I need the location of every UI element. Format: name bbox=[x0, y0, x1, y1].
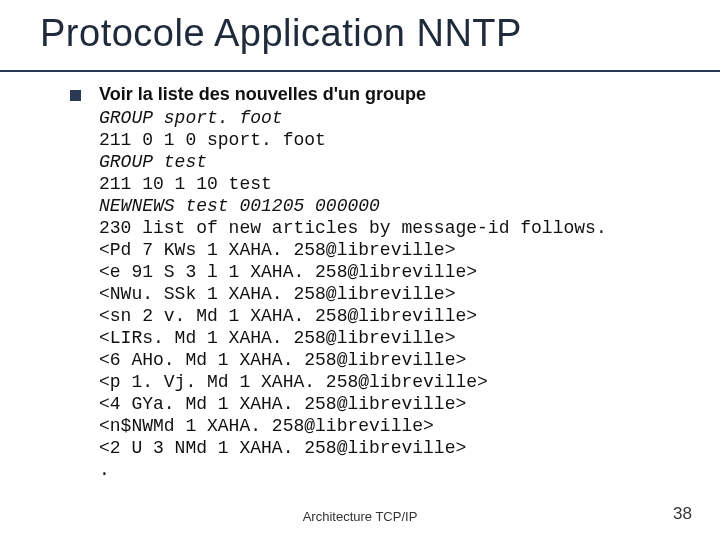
title-underline bbox=[0, 70, 720, 72]
code-line: 230 list of new articles by message-id f… bbox=[99, 217, 690, 239]
code-line: <2 U 3 NMd 1 XAHA. 258@libreville> bbox=[99, 437, 690, 459]
slide-body: Voir la liste des nouvelles d'un groupe … bbox=[70, 84, 690, 481]
code-line: <4 GYa. Md 1 XAHA. 258@libreville> bbox=[99, 393, 690, 415]
code-line: <Pd 7 KWs 1 XAHA. 258@libreville> bbox=[99, 239, 690, 261]
bullet-heading: Voir la liste des nouvelles d'un groupe bbox=[99, 84, 426, 105]
code-line: <6 AHo. Md 1 XAHA. 258@libreville> bbox=[99, 349, 690, 371]
code-line: <e 91 S 3 l 1 XAHA. 258@libreville> bbox=[99, 261, 690, 283]
page-number: 38 bbox=[673, 504, 692, 524]
square-bullet-icon bbox=[70, 90, 81, 101]
footer-label: Architecture TCP/IP bbox=[0, 509, 720, 524]
code-line: 211 0 1 0 sport. foot bbox=[99, 129, 690, 151]
code-line: . bbox=[99, 459, 690, 481]
code-line: GROUP sport. foot bbox=[99, 107, 690, 129]
code-line: <p 1. Vj. Md 1 XAHA. 258@libreville> bbox=[99, 371, 690, 393]
code-line: <n$NWMd 1 XAHA. 258@libreville> bbox=[99, 415, 690, 437]
bullet-item: Voir la liste des nouvelles d'un groupe bbox=[70, 84, 690, 105]
code-line: GROUP test bbox=[99, 151, 690, 173]
code-line: <NWu. SSk 1 XAHA. 258@libreville> bbox=[99, 283, 690, 305]
slide-title: Protocole Application NNTP bbox=[40, 12, 522, 55]
code-block: GROUP sport. foot211 0 1 0 sport. footGR… bbox=[99, 107, 690, 481]
code-line: <sn 2 v. Md 1 XAHA. 258@libreville> bbox=[99, 305, 690, 327]
code-line: 211 10 1 10 test bbox=[99, 173, 690, 195]
code-line: <LIRs. Md 1 XAHA. 258@libreville> bbox=[99, 327, 690, 349]
slide: Protocole Application NNTP Voir la liste… bbox=[0, 0, 720, 540]
code-line: NEWNEWS test 001205 000000 bbox=[99, 195, 690, 217]
